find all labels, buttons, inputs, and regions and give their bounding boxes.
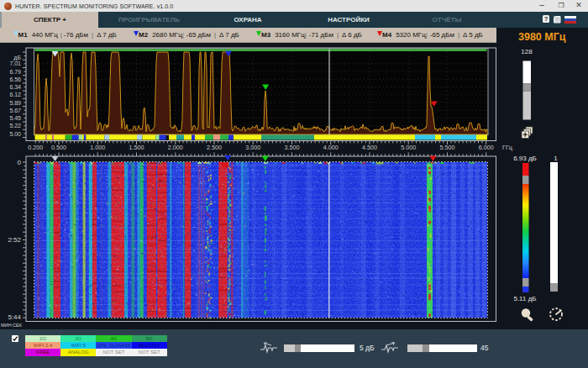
svg-text:6.12: 6.12 xyxy=(9,92,21,97)
svg-text:2:52: 2:52 xyxy=(8,236,21,244)
svg-text:4.000: 4.000 xyxy=(323,144,339,151)
svg-text:7.01: 7.01 xyxy=(9,60,21,66)
svg-text:1.500: 1.500 xyxy=(129,144,144,151)
svg-text:МИН:СЕК: МИН:СЕК xyxy=(1,323,23,328)
svg-text:2.000: 2.000 xyxy=(168,144,183,151)
svg-text:5.00: 5.00 xyxy=(9,131,21,137)
svg-text:6.34: 6.34 xyxy=(9,84,21,90)
svg-text:0: 0 xyxy=(18,159,22,166)
svg-text:6.000: 6.000 xyxy=(479,144,494,151)
svg-text:6.56: 6.56 xyxy=(9,76,21,82)
svg-text:5.45: 5.45 xyxy=(9,115,21,121)
svg-text:ГГц: ГГц xyxy=(502,144,512,151)
svg-text:5.22: 5.22 xyxy=(9,123,21,129)
svg-text:5.500: 5.500 xyxy=(440,144,455,151)
svg-text:4.500: 4.500 xyxy=(362,144,377,151)
svg-text:3.000: 3.000 xyxy=(245,144,260,151)
svg-text:2.500: 2.500 xyxy=(207,144,222,151)
svg-text:5.11 дБ: 5.11 дБ xyxy=(513,295,536,302)
svg-text:5.000: 5.000 xyxy=(401,144,416,151)
svg-text:5.67: 5.67 xyxy=(9,108,21,113)
svg-text:128: 128 xyxy=(521,48,533,55)
svg-text:0.500: 0.500 xyxy=(51,144,66,151)
svg-text:6.79: 6.79 xyxy=(9,69,21,75)
svg-text:5:44: 5:44 xyxy=(8,313,21,321)
svg-text:1.000: 1.000 xyxy=(90,144,105,151)
svg-text:дБ: дБ xyxy=(13,55,21,61)
svg-text:5.89: 5.89 xyxy=(9,100,21,106)
svg-text:3.500: 3.500 xyxy=(285,144,300,151)
svg-text:0.200: 0.200 xyxy=(28,144,43,151)
svg-text:1: 1 xyxy=(554,155,558,162)
svg-text:6.93 дБ: 6.93 дБ xyxy=(513,155,537,162)
